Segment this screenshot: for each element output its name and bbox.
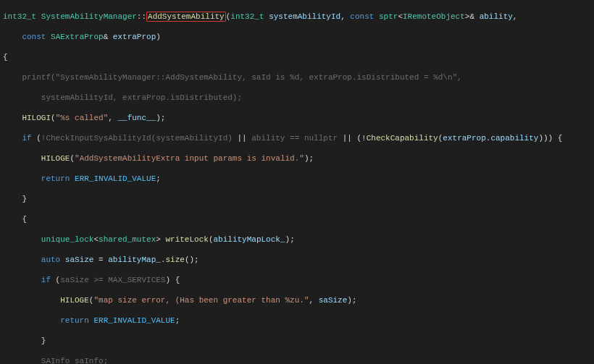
code-line: HILOGE("map size error, (Has been greate…	[3, 295, 591, 305]
code-line: return ERR_INVALID_VALUE;	[3, 174, 591, 184]
code-line: systemAbilityId, extraProp.isDistributed…	[3, 93, 591, 103]
code-line: int32_t SystemAbilityManager::AddSystemA…	[3, 12, 591, 22]
code-line: printf("SystemAbilityManager::AddSystemA…	[3, 72, 591, 82]
code-line: if (!CheckInputSysAbilityId(systemAbilit…	[3, 133, 591, 143]
code-line: auto saSize = abilityMap_.size();	[3, 255, 591, 265]
code-line: const SAExtraProp& extraProp)	[3, 32, 591, 42]
code-line: {	[3, 214, 591, 224]
code-line: HILOGI("%s called", __func__);	[3, 113, 591, 123]
code-line: unique_lock<shared_mutex> writeLock(abil…	[3, 234, 591, 245]
code-editor[interactable]: int32_t SystemAbilityManager::AddSystemA…	[0, 0, 594, 364]
code-line: SAInfo saInfo;	[3, 356, 591, 364]
code-line: if (saSize >= MAX_SERVICES) {	[3, 275, 591, 285]
code-line: return ERR_INVALID_VALUE;	[3, 316, 591, 326]
code-line: HILOGE("AddSystemAbilityExtra input para…	[3, 153, 591, 164]
code-line: }	[3, 194, 591, 204]
code-line: }	[3, 336, 591, 346]
code-line: {	[3, 52, 591, 62]
